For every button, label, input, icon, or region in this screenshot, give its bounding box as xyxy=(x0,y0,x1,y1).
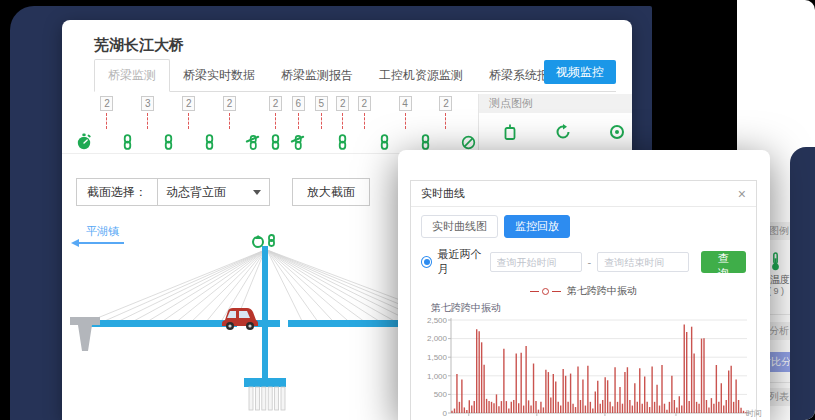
legend-panel-title: 测点图例 xyxy=(479,94,632,113)
sensor-column xyxy=(379,96,390,150)
query-start-time-input[interactable] xyxy=(490,252,582,272)
sensor-column xyxy=(76,96,92,150)
chevron-down-icon xyxy=(253,190,261,195)
sensor-lead-line xyxy=(147,113,148,129)
sensor-lead-line xyxy=(405,113,406,129)
dialog-header: 实时曲线 × xyxy=(411,181,756,207)
svg-text:1,000: 1,000 xyxy=(427,372,448,381)
dialog-body: 实时曲线图监控回放 最近两个月 - 查询 第七跨跨中振动 xyxy=(411,207,756,420)
sensor-column: 2 xyxy=(100,96,113,150)
sensor-column: 2 xyxy=(358,96,371,150)
chart-legend: 第七跨跨中振动 xyxy=(421,284,746,298)
sensor-lead-line xyxy=(298,113,299,129)
sensor-count-badge: 2 xyxy=(358,96,371,111)
last-two-months-label: 最近两个月 xyxy=(437,247,489,277)
screenshot-canvas: 测点图例 温度 ( 9 ) 对比分析 对比分析 测点列表 芜湖长江大桥 桥梁监测… xyxy=(0,0,815,420)
sensor-column: 4 xyxy=(399,96,412,150)
sensor-lead-line xyxy=(188,113,189,129)
svg-text:时间: 时间 xyxy=(746,409,762,418)
sensor-count-badge: 2 xyxy=(439,96,452,111)
sensor-count-badge: 6 xyxy=(292,96,305,111)
noentry-icon xyxy=(461,135,476,150)
range-separator: - xyxy=(588,256,592,268)
tab-桥梁实时数据[interactable]: 桥梁实时数据 xyxy=(170,60,268,91)
query-end-time-input[interactable] xyxy=(597,252,689,272)
sensor-column: 2 xyxy=(269,96,282,150)
sensor-column: 2 xyxy=(182,96,195,150)
temperature-count: ( 9 ) xyxy=(768,286,784,296)
chart-title: 第七跨跨中振动 xyxy=(431,301,746,315)
sensor-count-badge: 3 xyxy=(141,96,154,111)
link-icon xyxy=(204,134,215,150)
last-two-months-radio[interactable] xyxy=(421,256,432,268)
svg-text:2,000: 2,000 xyxy=(427,334,448,343)
thermometer-icon xyxy=(770,252,781,273)
device-icon xyxy=(503,124,517,145)
page-title: 芜湖长江大桥 xyxy=(94,36,184,55)
sensor-lead-line xyxy=(445,113,446,129)
svg-text:0: 0 xyxy=(443,409,448,418)
dialog-title: 实时曲线 xyxy=(411,186,465,201)
section-select-label: 截面选择： xyxy=(77,184,157,201)
modal-tab-监控回放[interactable]: 监控回放 xyxy=(504,215,570,238)
query-controls-row: 最近两个月 - 查询 xyxy=(421,247,746,277)
legend-series-name: 第七跨跨中振动 xyxy=(567,284,637,298)
sensor-column: 3 xyxy=(141,96,154,150)
vibration-chart: 05001,0001,5002,0002,5002018-09-30 16:01… xyxy=(421,315,763,420)
sensor-count-badge: 2 xyxy=(269,96,282,111)
link-icon xyxy=(163,134,174,150)
query-button[interactable]: 查询 xyxy=(701,251,746,273)
sensor-lead-line xyxy=(106,113,107,129)
close-icon[interactable]: × xyxy=(738,187,756,201)
sensor-column: 2 xyxy=(223,96,236,150)
linkarm-icon xyxy=(290,134,306,150)
modal-tab-实时曲线图[interactable]: 实时曲线图 xyxy=(421,215,498,238)
link-icon xyxy=(337,134,348,150)
legend-marker-icon xyxy=(542,288,549,295)
link-icon xyxy=(420,134,431,150)
main-tabbar: 桥梁监测桥梁实时数据桥梁监测报告工控机资源监测桥梁系统报警 xyxy=(94,62,616,92)
sensor-column xyxy=(245,96,261,150)
sensor-strip: 23222652242 xyxy=(76,94,476,150)
modal-tabbar: 实时曲线图监控回放 xyxy=(421,215,746,238)
sensor-column xyxy=(461,96,476,150)
rotate-icon xyxy=(555,124,571,145)
sensor-count-badge: 4 xyxy=(399,96,412,111)
ring-icon xyxy=(609,124,625,145)
section-select-group: 截面选择： 动态背立面 xyxy=(76,178,270,206)
measure-point-legend-panel: 测点图例 xyxy=(478,94,632,153)
linkarm-icon xyxy=(245,134,261,150)
sensor-column xyxy=(122,96,133,150)
sensor-count-badge: 2 xyxy=(223,96,236,111)
section-select-row: 截面选择： 动态背立面 放大截面 xyxy=(76,178,370,206)
link-icon xyxy=(122,134,133,150)
sensor-lead-line xyxy=(275,113,276,129)
temperature-label: 温度 xyxy=(770,273,790,287)
legend-line-icon xyxy=(530,291,539,292)
realtime-curve-modal: 实时曲线 × 实时曲线图监控回放 最近两个月 - 查询 xyxy=(398,150,770,420)
sensor-count-badge: 2 xyxy=(336,96,349,111)
realtime-curve-dialog: 实时曲线 × 实时曲线图监控回放 最近两个月 - 查询 xyxy=(410,180,757,420)
link-icon xyxy=(270,134,281,150)
sensor-lead-line xyxy=(364,113,365,129)
legend-line-icon xyxy=(552,291,561,292)
time-range-inputs: - xyxy=(490,252,690,272)
sensor-column: 2 xyxy=(439,96,452,150)
video-monitor-button[interactable]: 视频监控 xyxy=(544,60,616,84)
svg-text:1,500: 1,500 xyxy=(427,353,448,362)
tab-桥梁监测[interactable]: 桥梁监测 xyxy=(94,59,170,92)
sensor-lead-line xyxy=(229,113,230,129)
tab-工控机资源监测[interactable]: 工控机资源监测 xyxy=(366,60,476,91)
sensor-column: 2 xyxy=(336,96,349,150)
sensor-column xyxy=(420,96,431,150)
sensor-column xyxy=(204,96,215,150)
link-icon xyxy=(379,134,390,150)
enlarge-section-button[interactable]: 放大截面 xyxy=(292,178,370,206)
sensor-count-badge: 2 xyxy=(100,96,113,111)
sensor-column xyxy=(163,96,174,150)
tab-桥梁监测报告[interactable]: 桥梁监测报告 xyxy=(268,60,366,91)
section-select-dropdown[interactable]: 动态背立面 xyxy=(157,178,269,206)
sensor-count-badge: 5 xyxy=(315,96,328,111)
sensor-lead-line xyxy=(342,113,343,129)
legend-icons-row xyxy=(479,113,632,145)
